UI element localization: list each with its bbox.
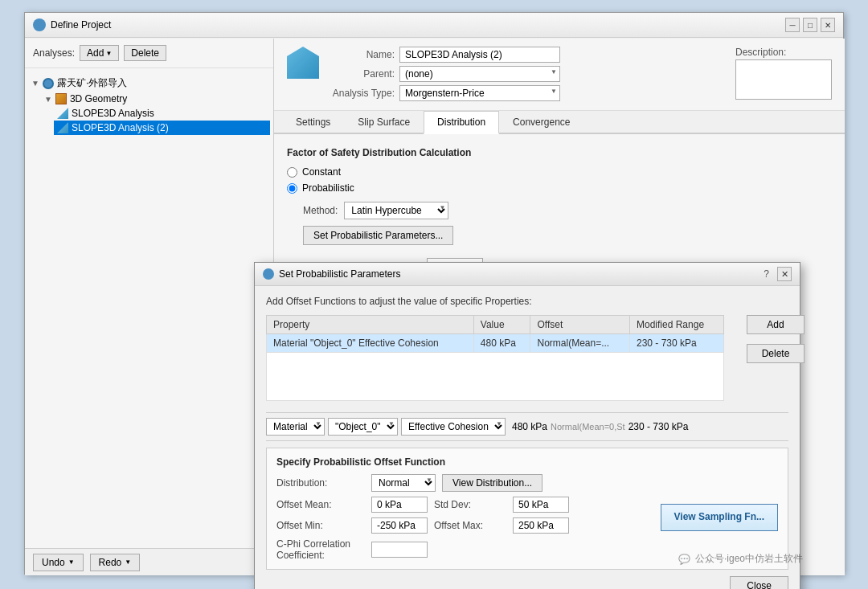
tree-item-slope1[interactable]: SLOPE3D Analysis	[54, 106, 270, 121]
edit-value-display: 480 kPa	[512, 421, 547, 432]
meta-fields: Name: Parent: (none) Analysis Type:	[330, 47, 727, 101]
method-row: Method: Latin Hypercube	[303, 202, 832, 219]
maximize-button[interactable]: □	[803, 18, 817, 32]
left-panel: Analyses: Add ▼ Delete ▼ 露天矿·外部导入 ▼ 3D G…	[25, 39, 274, 575]
minimize-button[interactable]: ─	[785, 18, 800, 32]
mean-row: Offset Mean: Std Dev:	[276, 497, 645, 513]
redo-arrow-icon: ▼	[125, 558, 131, 566]
type-select[interactable]: Morgenstern-Price	[399, 85, 560, 101]
dist-row: Distribution: Normal View Distribution..…	[276, 474, 645, 492]
probabilistic-label: Probabilistic	[302, 182, 354, 194]
method-select[interactable]: Latin Hypercube	[344, 202, 448, 219]
property-select-wrapper: Effective Cohesion	[401, 418, 506, 436]
dist-select-wrapper: Normal	[371, 474, 436, 492]
min-input[interactable]	[371, 517, 428, 534]
help-button[interactable]: ?	[764, 268, 769, 280]
main-window: Define Project ─ □ ✕ Analyses: Add ▼ Del…	[24, 12, 844, 575]
window-title: Define Project	[51, 19, 111, 31]
probabilistic-radio[interactable]	[287, 183, 297, 194]
table-action-buttons: Add Delete	[731, 315, 788, 407]
object-select-wrapper: "Object_0"	[328, 418, 398, 436]
cube-icon	[55, 93, 67, 104]
dist-select[interactable]: Normal	[371, 474, 436, 492]
modal-title: Set Probabilistic Parameters	[279, 268, 400, 280]
tree-item-3dgeo[interactable]: ▼ 3D Geometry	[41, 92, 270, 106]
max-input[interactable]	[513, 517, 569, 534]
method-label: Method:	[303, 205, 338, 216]
titlebar-left: Define Project	[33, 18, 111, 31]
tree-container: ▼ 露天矿·外部导入 ▼ 3D Geometry SLOPE3D Analysi…	[25, 68, 273, 141]
edit-range-display: 230 - 730 kPa	[628, 421, 689, 432]
col-range: Modified Range	[630, 316, 724, 334]
set-params-button[interactable]: Set Probabilistic Parameters...	[303, 226, 453, 245]
tree-item-root[interactable]: ▼ 露天矿·外部导入	[28, 75, 270, 92]
set-params-row: Set Probabilistic Parameters...	[287, 226, 832, 252]
specify-title: Specify Probabilistic Offset Function	[276, 456, 778, 468]
cell-property: Material "Object_0" Effective Cohesion	[267, 334, 474, 353]
tab-distribution[interactable]: Distribution	[424, 111, 499, 134]
undo-button[interactable]: Undo ▼	[33, 554, 84, 571]
tree-expand-icon-3d: ▼	[44, 95, 52, 104]
tabs-row: Settings Slip Surface Distribution Conve…	[274, 111, 845, 134]
table-wrapper: Property Value Offset Modified Range Mat…	[266, 315, 724, 407]
meta-row: Name: Parent: (none) Analysis Type:	[274, 39, 845, 111]
redo-button[interactable]: Redo ▼	[90, 554, 141, 571]
tree-item-3dgeo-label: 3D Geometry	[70, 93, 127, 104]
desc-textarea[interactable]	[735, 59, 832, 100]
corr-row: C-Phi Correlation Coefficient:	[276, 538, 645, 561]
mean-label: Offset Mean:	[276, 499, 365, 510]
edit-offset-display: Normal(Mean=0,St	[551, 422, 625, 432]
radio-group: Constant Probabilistic	[287, 166, 832, 194]
material-select[interactable]: Material	[266, 418, 325, 436]
type-select-wrapper: Morgenstern-Price	[399, 85, 560, 101]
specify-right: View Sampling Fn...	[661, 474, 778, 561]
parent-label: Parent:	[330, 68, 395, 80]
modal-controls: ? ✕	[764, 267, 792, 281]
name-input[interactable]	[399, 47, 560, 63]
std-input[interactable]	[513, 497, 569, 513]
tab-slip-surface[interactable]: Slip Surface	[344, 111, 424, 134]
corr-label: C-Phi Correlation Coefficient:	[276, 538, 365, 561]
tree-item-label: 露天矿·外部导入	[57, 76, 127, 90]
parent-row: Parent: (none)	[330, 66, 727, 82]
col-value: Value	[473, 316, 530, 334]
object-select[interactable]: "Object_0"	[328, 418, 398, 436]
view-dist-button[interactable]: View Distribution...	[442, 474, 542, 492]
modal-titlebar: Set Probabilistic Parameters ? ✕	[255, 263, 800, 286]
delete-button[interactable]: Delete	[124, 45, 166, 61]
modal-footer: Close	[266, 576, 788, 589]
edit-row: Material "Object_0" Effective Cohesion 4…	[266, 412, 788, 441]
tree-item-slope1-label: SLOPE3D Analysis	[72, 108, 154, 119]
titlebar: Define Project ─ □ ✕	[25, 13, 843, 38]
tree-item-slope2[interactable]: SLOPE3D Analysis (2)	[54, 121, 270, 135]
constant-radio[interactable]	[287, 167, 297, 178]
table-row[interactable]: Material "Object_0" Effective Cohesion 4…	[267, 334, 724, 353]
specify-section: Specify Probabilistic Offset Function Di…	[266, 448, 788, 570]
method-select-wrapper: Latin Hypercube	[344, 202, 448, 219]
property-select[interactable]: Effective Cohesion	[401, 418, 506, 436]
close-button[interactable]: ✕	[821, 18, 835, 32]
analysis-icon	[287, 47, 319, 79]
tab-convergence[interactable]: Convergence	[499, 111, 583, 134]
specify-left: Distribution: Normal View Distribution..…	[276, 474, 645, 561]
modal-close-btn[interactable]: Close	[730, 576, 788, 589]
tab-settings[interactable]: Settings	[282, 111, 344, 134]
mean-input[interactable]	[371, 497, 428, 513]
cell-value: 480 kPa	[473, 334, 530, 353]
slope-icon-1	[57, 108, 68, 119]
corr-input[interactable]	[371, 542, 428, 558]
constant-radio-item: Constant	[287, 166, 832, 178]
dist-label: Distribution:	[276, 477, 365, 489]
table-delete-button[interactable]: Delete	[747, 344, 805, 363]
max-label: Offset Max:	[434, 520, 506, 531]
modal-icon	[263, 268, 274, 280]
view-sampling-button[interactable]: View Sampling Fn...	[661, 504, 778, 531]
type-row: Analysis Type: Morgenstern-Price	[330, 85, 727, 101]
globe-icon	[43, 78, 54, 89]
analyses-header: Analyses: Add ▼ Delete	[25, 39, 273, 68]
analyses-label: Analyses:	[33, 47, 75, 59]
table-add-button[interactable]: Add	[747, 315, 805, 334]
parent-select[interactable]: (none)	[399, 66, 560, 82]
modal-close-button[interactable]: ✕	[777, 267, 792, 281]
add-button[interactable]: Add ▼	[80, 45, 119, 61]
